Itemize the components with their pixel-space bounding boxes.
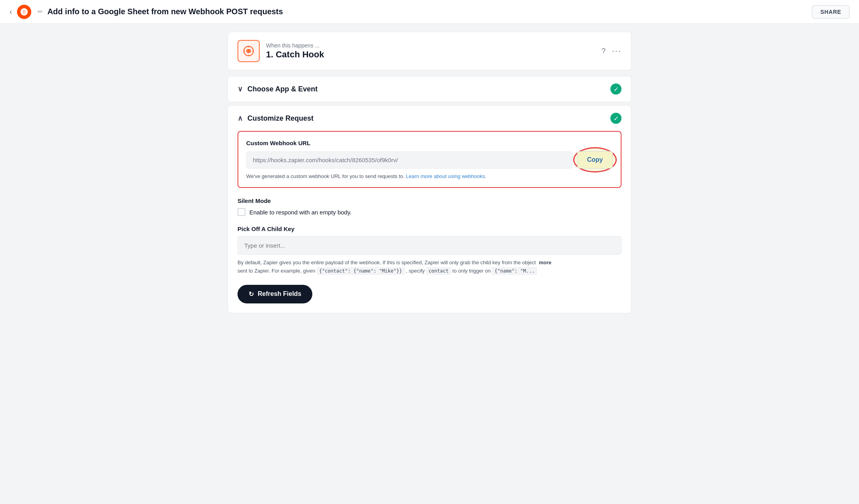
silent-mode-checkbox-label: Enable to respond with an empty body.	[249, 209, 352, 216]
share-button[interactable]: SHARE	[812, 5, 849, 19]
customize-request-check-icon: ✓	[610, 113, 621, 124]
child-key-section: Pick Off A Child Key By default, Zapier …	[238, 225, 621, 275]
app-logo	[17, 5, 31, 19]
refresh-fields-label: Refresh Fields	[258, 290, 301, 297]
copy-button-wrapper: Copy	[577, 151, 613, 169]
child-key-more-link[interactable]: more	[539, 260, 551, 265]
main-content: When this happens ... 1. Catch Hook ? ··…	[212, 24, 647, 324]
step-header: When this happens ... 1. Catch Hook ? ··…	[228, 32, 631, 70]
chevron-up-icon: ∧	[238, 114, 243, 123]
step-title: 1. Catch Hook	[266, 49, 595, 60]
svg-point-2	[248, 50, 249, 52]
refresh-fields-button[interactable]: ↻ Refresh Fields	[238, 285, 312, 303]
edit-icon: ✏	[38, 8, 43, 15]
webhook-url-label: Custom Webhook URL	[246, 140, 613, 146]
child-key-input[interactable]	[238, 236, 621, 255]
child-key-label: Pick Off A Child Key	[238, 225, 621, 232]
child-key-description: By default, Zapier gives you the entire …	[238, 259, 621, 275]
silent-mode-checkbox[interactable]	[238, 208, 245, 216]
customize-request-body: Custom Webhook URL Copy We've generated …	[228, 131, 631, 313]
more-options-icon[interactable]: ···	[612, 46, 621, 56]
customize-request-section: ∧ Customize Request ✓ Custom Webhook URL…	[228, 105, 631, 313]
help-icon[interactable]: ?	[602, 47, 606, 55]
customize-request-header[interactable]: ∧ Customize Request ✓	[228, 106, 631, 131]
chevron-down-icon: ∨	[238, 85, 243, 93]
copy-button[interactable]: Copy	[577, 151, 613, 169]
step-icon	[238, 40, 260, 62]
webhook-url-input[interactable]	[246, 152, 572, 169]
choose-app-header[interactable]: ∨ Choose App & Event ✓	[228, 76, 631, 102]
silent-mode-section: Silent Mode Enable to respond with an em…	[238, 197, 621, 216]
silent-mode-label: Silent Mode	[238, 197, 621, 204]
webhook-helper-text: We've generated a custom webhook URL for…	[246, 173, 613, 179]
topbar: ‹ ✏ Add info to a Google Sheet from new …	[0, 0, 859, 24]
child-key-code1: {"contact": {"name": "Mike"}}	[317, 267, 405, 275]
child-key-code3: {"name": "M...	[492, 267, 537, 275]
back-button[interactable]: ‹	[10, 7, 12, 16]
step-info: When this happens ... 1. Catch Hook	[266, 42, 595, 60]
silent-mode-checkbox-row: Enable to respond with an empty body.	[238, 208, 621, 216]
child-key-code2: contact	[426, 267, 451, 275]
customize-request-label: Customize Request	[247, 114, 606, 123]
learn-more-link[interactable]: Learn more about using webhooks.	[406, 173, 487, 179]
page-title: Add info to a Google Sheet from new Webh…	[48, 7, 808, 16]
webhook-url-box: Custom Webhook URL Copy We've generated …	[238, 131, 621, 188]
step-subtitle: When this happens ...	[266, 42, 595, 49]
refresh-icon: ↻	[249, 290, 254, 298]
choose-app-check-icon: ✓	[610, 83, 621, 95]
choose-app-label: Choose App & Event	[247, 85, 606, 93]
choose-app-section: ∨ Choose App & Event ✓	[228, 76, 631, 102]
webhook-url-row: Copy	[246, 151, 613, 169]
